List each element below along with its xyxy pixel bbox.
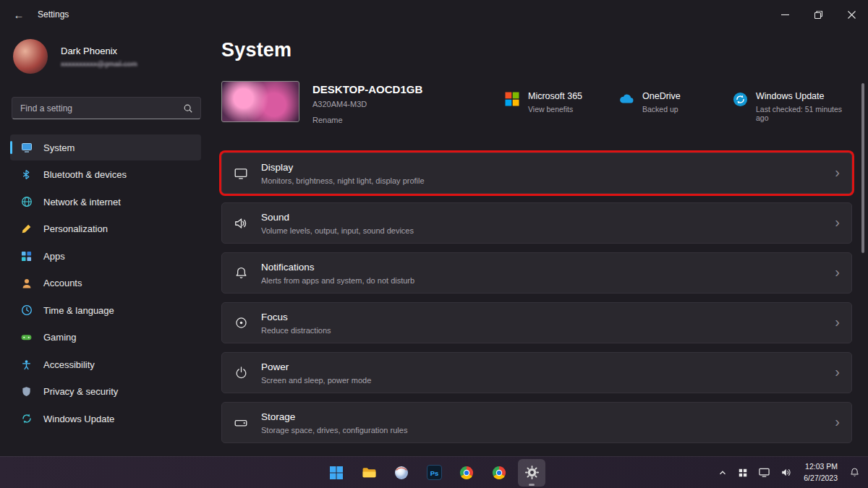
taskbar: Ps 12:03 PM 6/27/2023 [0, 456, 868, 488]
user-account-block[interactable]: Dark Phoenix xxxxxxxxxx@gmail.com [13, 39, 137, 74]
settings-row-storage[interactable]: Storage Storage space, drives, configura… [221, 402, 852, 443]
sidebar-item-label: Apps [43, 251, 65, 262]
sidebar-item-privacy-security[interactable]: Privacy & security [10, 379, 201, 405]
folder-icon [362, 465, 377, 480]
row-description: Storage space, drives, configuration rul… [261, 426, 835, 435]
settings-app-button[interactable] [518, 459, 545, 487]
row-label: Sound [261, 212, 835, 223]
network-status-button[interactable] [754, 460, 774, 486]
windows-update-card[interactable]: Windows Update Last checked: 51 minutes … [733, 91, 846, 122]
system-icon [20, 142, 33, 154]
close-button[interactable] [835, 0, 868, 29]
row-description: Screen and sleep, power mode [261, 376, 835, 385]
start-button[interactable] [323, 459, 350, 487]
sidebar-item-network-internet[interactable]: Network & internet [10, 189, 201, 215]
volume-icon [780, 467, 792, 478]
sidebar-item-label: Bluetooth & devices [43, 169, 127, 180]
settings-row-notifications[interactable]: Notifications Alerts from apps and syste… [221, 252, 852, 294]
sidebar-item-apps[interactable]: Apps [10, 243, 201, 269]
speaker-icon [232, 216, 250, 231]
settings-row-power[interactable]: Power Screen and sleep, power mode › [221, 352, 852, 393]
chrome-secondary-button[interactable] [485, 459, 513, 487]
sidebar-item-gaming[interactable]: Gaming [10, 325, 201, 351]
settings-window: ← Settings Dark Phoenix xxxxxxxxxx@gmail… [0, 0, 868, 488]
show-hidden-icons-button[interactable] [714, 460, 731, 486]
system-tray: 12:03 PM 6/27/2023 [714, 460, 864, 486]
main-content: System DESKTOP-AOCD1GB A320AM4-M3D Renam… [211, 29, 868, 456]
settings-list: Display Monitors, brightness, night ligh… [221, 153, 852, 452]
browser-sphere-app-button[interactable] [388, 459, 415, 487]
status-card-subtitle: Last checked: 51 minutes ago [756, 105, 846, 122]
ethernet-network-icon [758, 467, 770, 478]
sidebar-item-label: Personalization [43, 223, 108, 234]
status-cards: Microsoft 365 View benefits OneDrive Bac… [504, 91, 846, 122]
settings-row-sound[interactable]: Sound Volume levels, output, input, soun… [221, 202, 852, 244]
sidebar-item-time-language[interactable]: Time & language [10, 297, 201, 323]
notification-center-button[interactable] [846, 460, 864, 486]
status-card-title: Microsoft 365 [528, 91, 582, 101]
row-label: Notifications [261, 262, 835, 273]
bluetooth-icon [20, 168, 33, 181]
person-icon [20, 277, 33, 289]
file-explorer-button[interactable] [355, 459, 383, 487]
search-input[interactable] [12, 103, 183, 114]
search-icon [183, 103, 193, 114]
sidebar-item-personalization[interactable]: Personalization [10, 216, 201, 242]
sidebar-item-system[interactable]: System [10, 134, 201, 160]
sidebar-item-label: Network & internet [43, 197, 121, 207]
row-description: Reduce distractions [261, 326, 835, 335]
sidebar-item-label: Gaming [43, 332, 77, 343]
globe-icon [20, 196, 33, 208]
onedrive-cloud-icon [618, 91, 634, 107]
status-card-subtitle: View benefits [528, 105, 582, 114]
device-info: DESKTOP-AOCD1GB A320AM4-M3D Rename [221, 81, 422, 124]
back-button[interactable]: ← [4, 1, 33, 27]
device-name: DESKTOP-AOCD1GB [312, 83, 422, 95]
chrome-button[interactable] [453, 459, 480, 487]
chevron-right-icon: › [835, 414, 840, 431]
row-description: Alerts from apps and system, do not dist… [261, 276, 835, 285]
onedrive-card[interactable]: OneDrive Backed up [618, 91, 705, 122]
clock-date: 6/27/2023 [804, 473, 838, 484]
settings-row-display[interactable]: Display Monitors, brightness, night ligh… [221, 153, 852, 194]
sidebar-item-label: System [43, 142, 75, 153]
search-box[interactable] [12, 97, 201, 119]
page-title: System [221, 39, 292, 61]
apps-grid-icon [20, 250, 33, 262]
sidebar-item-windows-update[interactable]: Windows Update [10, 406, 201, 432]
sidebar-item-accessibility[interactable]: Accessibility [10, 351, 201, 377]
widgets-grid-button[interactable] [734, 460, 752, 486]
avatar [13, 39, 48, 74]
shield-icon [20, 385, 33, 398]
row-description: Monitors, brightness, night light, displ… [261, 176, 835, 185]
sidebar-item-bluetooth-devices[interactable]: Bluetooth & devices [10, 162, 201, 188]
photoshop-button[interactable]: Ps [420, 459, 448, 487]
sidebar-item-accounts[interactable]: Accounts [10, 270, 201, 296]
settings-row-focus[interactable]: Focus Reduce distractions › [221, 302, 852, 343]
sidebar-item-label: Privacy & security [43, 386, 118, 397]
restore-icon [814, 11, 822, 19]
display-icon [232, 166, 250, 181]
notification-bell-icon [849, 467, 860, 478]
rename-link[interactable]: Rename [312, 116, 422, 124]
back-icon: ← [14, 9, 25, 21]
minimize-button[interactable] [768, 0, 801, 29]
row-label: Power [261, 361, 835, 372]
close-icon [848, 11, 856, 19]
volume-button[interactable] [777, 460, 796, 486]
chevron-right-icon: › [835, 265, 840, 281]
sidebar-nav: System Bluetooth & devices Network & int… [10, 134, 201, 433]
sidebar-item-label: Time & language [43, 305, 114, 316]
sidebar-item-label: Accessibility [43, 359, 95, 370]
taskbar-clock[interactable]: 12:03 PM 6/27/2023 [799, 461, 843, 483]
power-icon [232, 366, 250, 380]
bell-icon [232, 266, 250, 280]
microsoft-365-card[interactable]: Microsoft 365 View benefits [504, 91, 591, 122]
svg-text:Ps: Ps [430, 469, 438, 477]
titlebar: ← Settings [0, 0, 868, 29]
brush-icon [20, 223, 33, 235]
grid-icon [738, 468, 748, 478]
gamepad-icon [20, 331, 33, 343]
restore-button[interactable] [801, 0, 835, 29]
scrollbar-thumb[interactable] [861, 83, 864, 253]
